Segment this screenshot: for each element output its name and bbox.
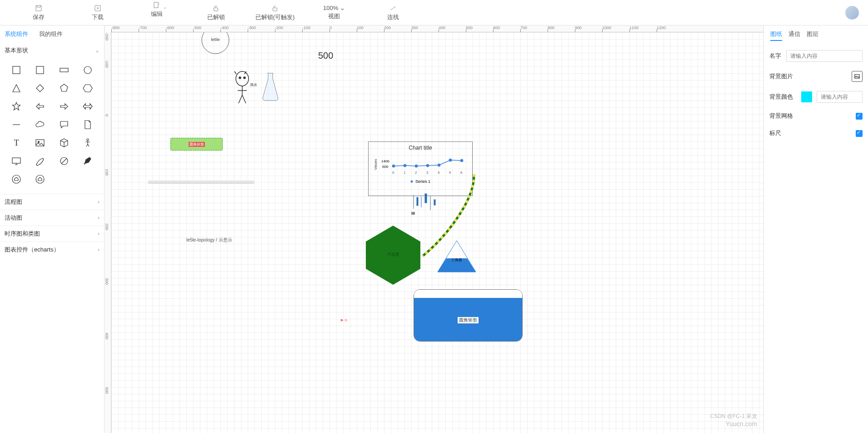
prop-grid-label: 背景网格 (769, 112, 797, 120)
canvas-triangle-label: 三角形 (436, 257, 477, 262)
section-flowchart[interactable]: 流程图› (0, 194, 104, 210)
canvas-cartoon[interactable]: 滴水 (231, 69, 258, 106)
shape-pentagon[interactable] (52, 79, 76, 97)
shape-document[interactable] (76, 116, 100, 134)
save-button[interactable]: 保存 (9, 4, 68, 21)
svg-point-25 (426, 164, 429, 167)
shape-diamond[interactable] (28, 79, 52, 97)
shape-star[interactable] (5, 97, 28, 116)
canvas-hexagon[interactable]: 六边形 (361, 223, 425, 288)
left-panel: 系统组件 我的组件 基本形状 ⌄ T (0, 25, 105, 433)
shape-square-alt[interactable] (28, 61, 52, 79)
svg-rect-12 (12, 158, 20, 163)
lock-label: 已解锁 (207, 13, 225, 21)
ruler-checkbox[interactable] (856, 130, 863, 137)
section-basic-label: 基本形状 (5, 46, 28, 55)
download-label: 下载 (92, 13, 104, 21)
shape-hexagon[interactable] (76, 79, 100, 97)
lock-trigger-button[interactable]: 已解锁(可触发) (245, 4, 304, 21)
prop-ruler-label: 标尺 (769, 129, 797, 137)
shape-triangle[interactable] (5, 79, 28, 97)
shape-arrow-bi[interactable] (76, 97, 100, 116)
lock-button[interactable]: 已解锁 (186, 4, 245, 21)
shape-rectangle[interactable] (52, 61, 76, 79)
lock-trigger-label: 已解锁(可触发) (255, 13, 295, 21)
svg-text:2: 2 (415, 171, 417, 175)
svg-point-17 (236, 71, 249, 86)
shape-circle[interactable] (76, 61, 100, 79)
section-charts[interactable]: 图表控件（echarts）› (0, 242, 104, 257)
chevron-down-icon: ⌄ (95, 47, 100, 54)
canvas-green-rect-label: 圆角矩形 (189, 142, 205, 147)
section-activity[interactable]: 活动图› (0, 210, 104, 226)
tab-comm[interactable]: 通信 (788, 30, 800, 41)
edit-label: 编辑 (151, 10, 163, 18)
csdn-watermark: CSDN @FC-1 呆龙 (710, 413, 757, 420)
svg-text:1400: 1400 (381, 159, 389, 163)
canvas-link-text[interactable]: le5le-topology / 示意示 (186, 237, 232, 243)
canvas-circle-label: le5le (201, 37, 230, 42)
canvas-flask[interactable] (259, 71, 282, 104)
save-label: 保存 (33, 13, 45, 21)
canvas-green-rect[interactable]: 圆角矩形 (170, 138, 223, 151)
section-basic-shapes[interactable]: 基本形状 ⌄ (0, 43, 104, 58)
name-input[interactable] (786, 50, 863, 62)
svg-point-26 (438, 164, 440, 166)
section-sequence[interactable]: 时序图和类图› (0, 226, 104, 242)
shape-pen2[interactable] (76, 152, 100, 170)
svg-rect-2 (154, 2, 158, 8)
canvas-marks[interactable]: ▸ ▹ (341, 317, 348, 323)
canvas-hexagon-label: 六边形 (361, 252, 425, 257)
tab-my-components[interactable]: 我的组件 (39, 30, 63, 38)
bg-image-button[interactable] (852, 71, 863, 82)
svg-point-11 (87, 139, 89, 141)
shape-target[interactable] (52, 152, 76, 170)
download-button[interactable]: 下载 (68, 4, 127, 21)
svg-rect-7 (60, 68, 68, 72)
shape-monitor[interactable] (5, 152, 28, 170)
shape-comment[interactable] (52, 116, 76, 134)
edit-icon (153, 1, 161, 9)
avatar[interactable] (845, 6, 859, 20)
shape-pen[interactable] (28, 152, 52, 170)
canvas-blue-rect[interactable]: 圆角矩形 (414, 289, 523, 342)
shape-cube[interactable] (52, 134, 76, 152)
svg-text:1: 1 (404, 171, 406, 175)
prop-bgcolor-label: 背景颜色 (769, 93, 797, 101)
svg-rect-3 (214, 8, 218, 11)
tab-system-components[interactable]: 系统组件 (5, 30, 28, 38)
view-label: 视图 (328, 12, 340, 20)
svg-point-10 (38, 141, 40, 143)
shape-home1[interactable] (5, 170, 28, 188)
shape-square[interactable] (5, 61, 28, 79)
tab-paper[interactable]: 图纸 (770, 30, 782, 41)
svg-point-24 (415, 165, 418, 167)
edit-button[interactable]: 编辑 ⌄ (127, 1, 186, 24)
lock-icon (212, 4, 220, 12)
shape-arrow-left[interactable] (28, 97, 52, 116)
chart-title: Chart title (369, 142, 472, 154)
shape-image[interactable] (28, 134, 52, 152)
svg-rect-5 (13, 66, 20, 74)
chevron-right-icon: › (98, 247, 100, 253)
shape-line[interactable] (5, 116, 28, 134)
lock-open-icon (271, 4, 279, 12)
bg-color-swatch[interactable] (801, 91, 812, 102)
shape-person[interactable] (76, 134, 100, 152)
view-button[interactable]: 100% ⌄ 视图 (304, 5, 364, 20)
canvas-gradient-bar[interactable] (148, 180, 254, 184)
shape-home2[interactable] (28, 170, 52, 188)
shape-arrow-right[interactable] (52, 97, 76, 116)
line-button[interactable]: 连线 (364, 4, 423, 21)
grid-checkbox[interactable] (856, 113, 863, 120)
shape-cloud[interactable] (28, 116, 52, 134)
canvas-triangle[interactable]: 三角形 (436, 239, 477, 275)
bg-color-input[interactable] (817, 91, 863, 103)
tab-layer[interactable]: 图层 (807, 30, 818, 41)
toolbar: 保存 下载 编辑 ⌄ 已解锁 已解锁(可触发) 100% ⌄ 视图 连线 (0, 0, 868, 25)
chevron-right-icon: › (98, 199, 100, 205)
canvas[interactable]: -800-700-600-500-400-300-200-10001002003… (105, 25, 763, 433)
canvas-drip-label: 滴水 (250, 82, 257, 87)
canvas-text-500[interactable]: 500 (318, 50, 333, 61)
shape-text[interactable]: T (5, 134, 28, 152)
